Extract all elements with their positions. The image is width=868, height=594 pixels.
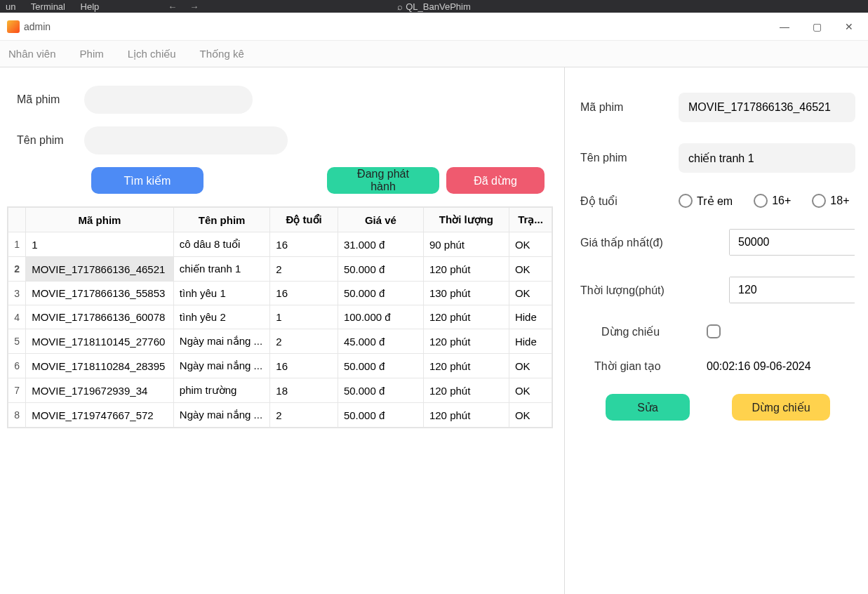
cell-price[interactable]: 50.000 đ: [338, 257, 423, 282]
cell-price[interactable]: 50.000 đ: [338, 354, 423, 378]
age-radio-child[interactable]: Trẻ em: [679, 194, 733, 208]
cell-age[interactable]: 18: [270, 378, 338, 403]
price-input[interactable]: [730, 230, 868, 255]
cell-age[interactable]: 2: [270, 329, 338, 354]
duration-stepper[interactable]: ▲ ▼: [729, 277, 855, 303]
filter-stopped-button[interactable]: Đã dừng: [446, 167, 545, 194]
ide-project-name[interactable]: QL_BanVePhim: [406, 1, 471, 12]
cell-name[interactable]: Ngày mai nắng ...: [173, 329, 269, 354]
filter-playing-button[interactable]: Đang phát hành: [327, 167, 439, 194]
table-row[interactable]: 8MOVIE_1719747667_572Ngày mai nắng ...25…: [8, 403, 552, 428]
table-row[interactable]: 5MOVIE_1718110145_27760Ngày mai nắng ...…: [8, 329, 552, 354]
edit-button[interactable]: Sửa: [606, 394, 690, 421]
cell-duration[interactable]: 120 phút: [423, 403, 509, 428]
cell-id[interactable]: 1: [26, 232, 174, 257]
menu-tab-schedule[interactable]: Lịch chiếu: [128, 48, 176, 60]
cell-price[interactable]: 50.000 đ: [338, 282, 423, 305]
cell-id[interactable]: MOVIE_1717866136_60078: [26, 305, 174, 329]
detail-created-value: 00:02:16 09-06-2024: [707, 360, 811, 373]
cell-age[interactable]: 16: [270, 354, 338, 378]
cell-age[interactable]: 2: [270, 257, 338, 282]
cell-name[interactable]: Ngày mai nắng ...: [173, 354, 269, 378]
cell-price[interactable]: 50.000 đ: [338, 403, 423, 428]
cell-id[interactable]: MOVIE_1717866136_55853: [26, 282, 174, 305]
detail-pane: Mã phim MOVIE_1717866136_46521 Tên phim …: [565, 67, 868, 594]
detail-duration-label: Thời lượng(phút): [580, 284, 679, 297]
table-row[interactable]: 7MOVIE_1719672939_34phim trường1850.000 …: [8, 378, 552, 403]
detail-created-label: Thời gian tạo: [594, 359, 707, 373]
radio-icon: [679, 194, 693, 208]
cell-status[interactable]: OK: [509, 354, 552, 378]
window-maximize-button[interactable]: ▢: [801, 15, 833, 38]
cell-price[interactable]: 31.000 đ: [338, 232, 423, 257]
col-header-age[interactable]: Độ tuổi: [270, 208, 338, 232]
col-header-name[interactable]: Tên phim: [173, 208, 269, 232]
cell-name[interactable]: cô dâu 8 tuổi: [173, 232, 269, 257]
cell-price[interactable]: 50.000 đ: [338, 378, 423, 403]
cell-name[interactable]: tình yêu 2: [173, 305, 269, 329]
cell-status[interactable]: Hide: [509, 305, 552, 329]
cell-status[interactable]: OK: [509, 378, 552, 403]
cell-duration[interactable]: 120 phút: [423, 305, 509, 329]
cell-age[interactable]: 2: [270, 403, 338, 428]
menu-tab-movies[interactable]: Phim: [80, 48, 104, 60]
col-header-duration[interactable]: Thời lượng: [423, 208, 509, 232]
age-radio-18[interactable]: 18+: [812, 194, 849, 208]
cell-name[interactable]: tình yêu 1: [173, 282, 269, 305]
cell-id[interactable]: MOVIE_1717866136_46521: [26, 257, 174, 282]
movies-table[interactable]: Mã phim Tên phim Độ tuổi Giá vé Thời lượ…: [7, 206, 553, 428]
cell-name[interactable]: chiến tranh 1: [173, 257, 269, 282]
cell-status[interactable]: OK: [509, 257, 552, 282]
cell-status[interactable]: OK: [509, 282, 552, 305]
table-row[interactable]: 4MOVIE_1717866136_60078tình yêu 21100.00…: [8, 305, 552, 329]
cell-id[interactable]: MOVIE_1718110145_27760: [26, 329, 174, 354]
ide-menu-item[interactable]: Terminal: [31, 1, 65, 12]
cell-id[interactable]: MOVIE_1719747667_572: [26, 403, 174, 428]
cell-age[interactable]: 16: [270, 232, 338, 257]
detail-id-value[interactable]: MOVIE_1717866136_46521: [679, 93, 855, 122]
cell-id[interactable]: MOVIE_1718110284_28395: [26, 354, 174, 378]
cell-age[interactable]: 16: [270, 282, 338, 305]
cell-duration[interactable]: 120 phút: [423, 257, 509, 282]
table-row[interactable]: 3MOVIE_1717866136_55853tình yêu 11650.00…: [8, 282, 552, 305]
cell-price[interactable]: 45.000 đ: [338, 329, 423, 354]
menu-tab-stats[interactable]: Thống kê: [200, 48, 244, 60]
menu-tab-staff[interactable]: Nhân viên: [8, 48, 56, 60]
cell-name[interactable]: phim trường: [173, 378, 269, 403]
duration-input[interactable]: [730, 277, 868, 303]
cell-name[interactable]: Ngày mai nắng ...: [173, 403, 269, 428]
search-button[interactable]: Tìm kiếm: [91, 167, 203, 194]
price-stepper[interactable]: ▲ ▼: [729, 229, 855, 256]
stop-button[interactable]: Dừng chiếu: [732, 394, 830, 421]
cell-duration[interactable]: 130 phút: [423, 282, 509, 305]
age-radio-16[interactable]: 16+: [754, 194, 791, 208]
cell-age[interactable]: 1: [270, 305, 338, 329]
window-close-button[interactable]: ✕: [833, 15, 865, 38]
radio-icon: [754, 194, 768, 208]
table-row[interactable]: 11cô dâu 8 tuổi1631.000 đ90 phútOK: [8, 232, 552, 257]
cell-duration[interactable]: 120 phút: [423, 329, 509, 354]
filter-id-input[interactable]: [84, 86, 253, 114]
table-row[interactable]: 2MOVIE_1717866136_46521chiến tranh 1250.…: [8, 257, 552, 282]
row-header-blank: [8, 208, 26, 232]
nav-back-icon[interactable]: ←: [168, 1, 177, 12]
filter-name-input[interactable]: [84, 126, 288, 154]
col-header-status[interactable]: Trạ...: [509, 208, 552, 232]
ide-menu-item[interactable]: un: [6, 1, 15, 12]
cell-duration[interactable]: 120 phút: [423, 378, 509, 403]
cell-duration[interactable]: 120 phút: [423, 354, 509, 378]
cell-price[interactable]: 100.000 đ: [338, 305, 423, 329]
cell-id[interactable]: MOVIE_1719672939_34: [26, 378, 174, 403]
col-header-id[interactable]: Mã phim: [26, 208, 174, 232]
detail-name-input[interactable]: chiến tranh 1: [679, 143, 855, 173]
cell-status[interactable]: OK: [509, 403, 552, 428]
table-row[interactable]: 6MOVIE_1718110284_28395Ngày mai nắng ...…: [8, 354, 552, 378]
paused-checkbox[interactable]: [707, 324, 721, 338]
cell-status[interactable]: Hide: [509, 329, 552, 354]
window-minimize-button[interactable]: —: [768, 15, 801, 38]
ide-menu-item[interactable]: Help: [81, 1, 100, 12]
cell-status[interactable]: OK: [509, 232, 552, 257]
nav-forward-icon[interactable]: →: [189, 1, 199, 12]
col-header-price[interactable]: Giá vé: [338, 208, 423, 232]
cell-duration[interactable]: 90 phút: [423, 232, 509, 257]
